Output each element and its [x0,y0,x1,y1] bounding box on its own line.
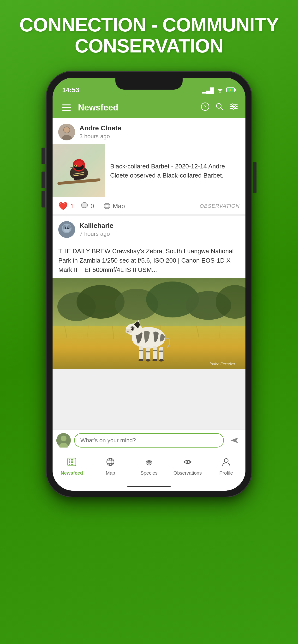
svg-point-11 [232,104,233,106]
home-indicator [53,482,245,491]
svg-point-96 [148,463,150,464]
svg-rect-59 [146,347,150,361]
nav-item-map[interactable]: Map [91,451,130,482]
phone-screen: 14:53 ▂▄█ ⚡ [53,78,245,491]
svg-point-25 [75,165,76,166]
filter-button[interactable] [230,102,238,113]
svg-rect-65 [159,350,163,352]
status-icons: ▂▄█ ⚡ [202,87,236,94]
like-button[interactable]: ❤️ 1 [58,202,74,210]
bottom-navigation: Newsfeed Map [53,451,245,482]
map-button[interactable]: Map [104,202,125,210]
svg-point-12 [234,106,236,108]
post-2-header: Kallieharie 7 hours ago [53,216,245,242]
menu-button[interactable] [60,102,73,113]
post-1-avatar[interactable] [58,124,75,140]
post-1-author: Andre Cloete [79,124,121,132]
phone-mockup: 14:53 ▂▄█ ⚡ [46,71,252,498]
search-button[interactable] [215,102,224,113]
top-navigation: Newsfeed ? [53,97,245,118]
species-icon [144,458,154,468]
svg-rect-76 [71,459,73,460]
svg-point-98 [187,461,188,463]
svg-point-54 [125,329,132,334]
post-1-time: 3 hours ago [79,133,121,140]
svg-rect-60 [153,346,157,360]
compose-input[interactable] [74,433,224,448]
svg-point-92 [146,462,147,463]
svg-rect-78 [69,462,70,463]
map-nav-icon [106,458,115,468]
species-label: Species [140,470,158,476]
svg-rect-62 [139,350,143,351]
post-1-meta: Andre Cloete 3 hours ago [79,124,121,140]
compose-bar [53,430,245,451]
post-1-actions: ❤️ 1 0 [53,198,245,214]
svg-point-37 [67,227,69,229]
map-label: Map [106,470,115,476]
svg-text:?: ? [204,104,206,109]
newsfeed-icon [67,458,76,468]
compose-avatar [56,433,71,448]
post-2-time: 7 hours ago [79,230,113,237]
post-2-avatar[interactable] [58,221,75,238]
wifi-icon [217,87,223,94]
like-count: 1 [70,202,74,210]
post-2-text: THE DAILY BREW Crawshay's Zebra, South L… [53,242,245,274]
svg-rect-75 [69,459,70,460]
status-time: 14:53 [62,86,79,94]
svg-rect-82 [71,464,73,465]
post-1: Andre Cloete 3 hours ago [53,118,245,214]
svg-point-17 [64,127,70,133]
send-button[interactable] [227,433,242,448]
svg-rect-1 [234,89,236,91]
svg-point-36 [65,227,66,229]
svg-point-13 [232,108,234,110]
home-bar [127,486,171,487]
post-1-header: Andre Cloete 3 hours ago [53,118,245,144]
svg-point-72 [61,436,66,441]
observations-icon [183,458,192,468]
observation-badge: OBSERVATION [200,203,240,209]
heart-icon: ❤️ [58,202,68,210]
svg-point-56 [131,328,133,330]
content-area: Andre Cloete 3 hours ago [53,118,245,430]
svg-text:⚡: ⚡ [229,89,232,92]
comment-count: 0 [90,202,94,210]
svg-point-68 [152,359,157,361]
nav-item-species[interactable]: Species [130,451,169,482]
nav-actions: ? [201,102,238,113]
svg-point-57 [131,328,132,329]
svg-rect-81 [69,464,70,465]
newsfeed-label: Newsfeed [61,470,83,476]
map-label: Map [113,202,125,210]
comment-button[interactable]: 0 [81,202,94,210]
hero-title: CONNECTION - COMMUNITY CONSERVATION [0,0,298,66]
svg-rect-77 [74,459,74,460]
phone-body: 14:53 ▂▄█ ⚡ [46,71,252,498]
svg-rect-58 [139,346,143,360]
profile-icon [222,458,231,468]
svg-point-66 [138,359,143,361]
help-button[interactable]: ? [201,102,209,113]
svg-point-99 [224,458,228,462]
post-2: Kallieharie 7 hours ago THE DAILY BREW C… [53,216,245,369]
post-1-text: Black-collared Barbet - 2020-12-14 Andre… [110,162,241,180]
svg-rect-79 [71,462,73,463]
nav-item-newsfeed[interactable]: Newsfeed [53,451,91,482]
phone-notch [115,78,183,90]
post-2-author: Kallieharie [79,222,113,230]
signal-icon: ▂▄█ [202,88,214,94]
post-2-meta: Kallieharie 7 hours ago [79,222,113,237]
nav-item-profile[interactable]: Profile [207,451,245,482]
svg-point-55 [127,331,129,332]
svg-rect-64 [153,350,157,351]
profile-label: Profile [219,470,233,476]
svg-rect-80 [74,462,74,463]
svg-line-7 [221,108,223,110]
comment-icon [81,202,88,210]
svg-text:Joabe Ferreira: Joabe Ferreira [209,362,235,366]
svg-rect-61 [159,347,163,361]
svg-rect-63 [146,351,150,352]
nav-item-observations[interactable]: Observations [168,451,207,482]
